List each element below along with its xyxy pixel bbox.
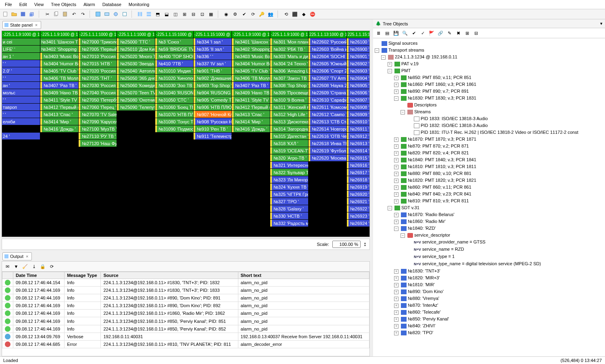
tool-u-icon[interactable]: ⬛ [291,10,298,18]
column-header[interactable]: Short text [238,272,369,279]
expander-icon[interactable]: + [394,83,398,87]
channel-cell[interactable]: №3402 'Shopping Liv [232,46,270,53]
channel-cell[interactable]: №301 'Моя планета [270,38,308,46]
channel-cell[interactable]: №22604 'SOCHI LIFE' ' [309,53,346,60]
tree-node[interactable]: −№1830: PMT 1830; v.3; PCR 1831 [375,95,603,102]
channel-cell[interactable]: №22618 'Инва ТВ ' [309,140,346,147]
channel-cell[interactable]: №27120 'Наш Футбо [79,140,117,147]
menu-edit[interactable]: Edit [16,1,30,8]
channel-cell[interactable]: №26901 'Экран 1 ' [347,53,370,60]
channel-cell[interactable]: №902 'Домашний ма [194,75,232,82]
copy-icon[interactable] [52,10,60,18]
tool-b-icon[interactable] [103,10,111,18]
lock-icon[interactable]: 🔒 [39,263,46,270]
paste-icon[interactable] [61,10,69,18]
channel-cell[interactable]: №22620 'Москва 24 ' [309,154,346,162]
expander-icon[interactable]: + [394,297,398,301]
tab-state-panel[interactable]: State panel × [2,21,41,29]
channel-cell[interactable]: ' ' [2,75,40,82]
channel-cell[interactable]: №325 'ЧГТРК Грозны [270,191,308,198]
expand-icon[interactable]: ⊞ [463,29,471,37]
channel-cell[interactable]: №3409 'Нано ТВ ' [232,89,270,96]
log-row[interactable]: 09.08.12 17:46:44.169Info224.1.1.3:1234@… [2,287,369,294]
channel-cell[interactable]: 24 ' [2,133,40,140]
channel-cell[interactable]: №22616 'ОТВ Челяби [309,133,346,140]
channel-cell[interactable]: №311 'Женский мир [270,104,308,111]
flag-icon[interactable]: 🚩 [428,29,435,37]
channel-cell[interactable]: №3406 'ТВ Молл ' [232,75,270,82]
expander-icon[interactable]: + [394,89,398,94]
channel-cell[interactable]: №327 'ТРО ' [270,198,308,205]
channel-cell[interactable]: №27100 'МузТВ ' [79,125,117,133]
tree-node[interactable]: Signal sources [375,40,603,47]
channel-cell[interactable]: №27070 'TV Sale ' [79,111,117,118]
channel-cell[interactable]: №901 'ТНВ ' [194,67,232,75]
menu-monitoring[interactable]: Monitoring [125,1,152,8]
channel-cell[interactable]: №3401 'Шансон ТВ ' [40,38,78,46]
channel-cell[interactable]: №26916 'Экран 16 ' [347,162,370,169]
channel-cell[interactable]: №59 'BRIDGE TV ' [155,46,193,53]
channel-cell[interactable]: №302 'РБК ТВ ' [270,46,308,53]
tree-node[interactable]: +№1870: PMT 1870; v.3; PCR 1871 [375,136,603,143]
save-icon[interactable]: 💾 [392,29,400,37]
channel-cell[interactable]: №22605 'Южный Реги [309,60,346,67]
save-icon[interactable] [19,10,27,18]
tree-node[interactable]: +№1810: PMT 1810; v.3; PCR 1811 [375,163,603,170]
expander-icon[interactable]: + [394,76,398,80]
channel-cell[interactable]: №26912 'Экран 12 ' [347,133,370,140]
tree-node[interactable]: N=Vservice_type = 1 [375,253,603,260]
expander-icon[interactable]: + [388,62,392,67]
tool-k-icon[interactable]: ⊟ [190,10,197,18]
channel-cell[interactable]: №31070 'НТВ ПЛЮС С [155,111,193,118]
channel-cell[interactable]: №26921 'Экран 21 ' [347,198,370,205]
tree-node[interactable]: +№1820: 'MIR+3' [375,275,603,281]
panel-menu-icon[interactable]: ▾ [600,21,603,26]
channel-cell[interactable]: №22607 'TV Arm ' [309,75,346,82]
log-row[interactable]: 09.08.12 17:46:44.169Info224.1.1.3:1234@… [2,310,369,317]
tool-a-icon[interactable] [94,10,102,18]
channel-cell[interactable]: №26909 'Экран 9 ' [347,111,370,118]
menu-view[interactable]: View [31,1,47,8]
tree-node[interactable]: +№880: PMT 880; v.10; PCR 881 [375,170,603,177]
channel-cell[interactable]: №31060 'Боец ТВ ' [155,104,193,111]
tree-btn2-icon[interactable]: ▤ [384,29,391,37]
channel-cell[interactable]: №324 'Кухня ТВ ' [270,183,308,191]
tree-node[interactable]: −service_descriptor [375,232,603,239]
channel-cell[interactable]: №31020 'Кинопоказ [155,75,193,82]
tree-node[interactable]: +№820: PMT 820; v.4; PCR 821 [375,150,603,156]
tree-node[interactable]: +№850: 'Perviy Kanal' [375,316,603,322]
channel-cell[interactable]: №25060 'Комедия ТВ [117,82,155,89]
channel-cell[interactable]: №334 'I зал ' [194,38,232,46]
channel-cell[interactable]: №26907 'Экран 7 ' [347,96,370,104]
channel-cell[interactable]: №315 'Дагестан ' [270,133,308,140]
channel-cell[interactable]: №22606 'Спорт 2 ' [309,67,346,75]
channel-cell[interactable]: №320 'Агро-ТВ ' [270,154,308,162]
channel-cell[interactable]: №308 'Top Shop ' [270,82,308,89]
tool-r-icon[interactable]: 🔑 [258,10,265,18]
menu-database[interactable]: Database [99,1,125,8]
tree-node[interactable]: +№870: 'InterAz' [375,302,603,309]
tree-node[interactable]: −№1840: 'RZD' [375,225,603,232]
channel-cell[interactable]: №26915 'Экран 15 ' [347,154,370,162]
channel-cell[interactable]: №26913 'Экран 13 ' [347,140,370,147]
channel-cell[interactable]: №400 'TOP SHOP TV ' [155,53,193,60]
filter-icon[interactable]: ✔ [410,29,417,37]
expander-icon[interactable]: + [394,172,398,176]
channel-cell[interactable]: №313 'Дискотека ТВ [270,118,308,125]
column-header[interactable]: Message Type [65,272,101,279]
channel-cell[interactable]: №319 'OCEAN-TV ' [270,147,308,154]
expander-icon[interactable]: + [394,137,398,142]
channel-cell[interactable]: №906 'НТВ ПЛЮС С [194,104,232,111]
channel-cell[interactable]: №26920 'Экран 20 ' [347,191,370,198]
tree-node[interactable]: +№1860: 'Radio Mir' [375,218,603,225]
channel-cell[interactable]: №25050 '365 дней ' [117,75,155,82]
tool-j-icon[interactable]: ⊞ [181,10,188,18]
tree-node[interactable]: PID 1833: ISO/IEC 13818-3 Audio [375,115,603,122]
tree-objects[interactable]: Signal sources−Transport streams−224.1.1… [373,38,605,356]
channel-cell[interactable]: №27005 'Первый ' [79,46,117,53]
tree-node[interactable]: +№840: PMT 840; v.23; PCR 841 [375,191,603,198]
tree-node[interactable]: N=Vservice_type_name = digital televisio… [375,260,603,268]
export-icon[interactable]: ⤓ [30,263,38,270]
tree-node[interactable]: N=Vservice_name = RZD [375,246,603,253]
link-icon[interactable]: 🔗 [437,29,444,37]
